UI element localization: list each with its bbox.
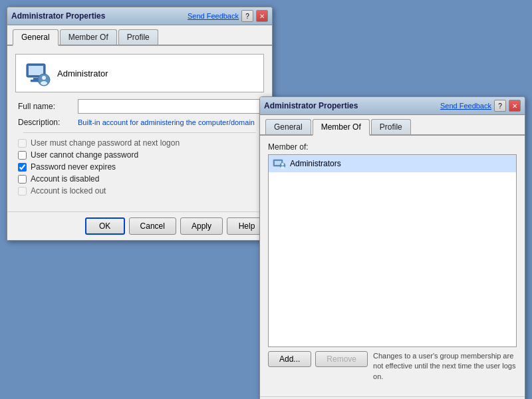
checkbox-label-0: User must change password at next logon: [31, 138, 180, 148]
checkbox-row-4: Account is locked out: [15, 186, 264, 196]
button-row-2: OK Cancel Apply Help: [260, 396, 525, 399]
checkbox-label-3: Account is disabled: [31, 174, 99, 184]
member-name-administrators: Administrators: [290, 159, 341, 168]
checkbox-disabled[interactable]: [18, 175, 27, 184]
member-note: Changes to a user's group membership are…: [373, 351, 517, 382]
title-bar-left-1: Administrator Properties: [11, 11, 105, 21]
checkbox-label-2: Password never expires: [31, 162, 116, 172]
checkbox-label-4: Account is locked out: [31, 186, 106, 196]
svg-point-10: [281, 163, 284, 166]
checkbox-row-0: User must change password at next logon: [15, 138, 264, 148]
svg-rect-1: [29, 66, 43, 75]
user-header-1: Administrator: [15, 54, 264, 92]
user-icon-1: [24, 60, 51, 86]
description-value: Built-in account for administering the c…: [78, 118, 261, 126]
group-icon: [273, 157, 286, 170]
checkbox-row-3: Account is disabled: [15, 174, 264, 184]
member-buttons: Add... Remove: [268, 351, 368, 367]
svg-point-11: [281, 166, 285, 169]
title-bar-right-2: Send Feedback ? ✕: [440, 100, 521, 112]
tab-bar-1: General Member Of Profile: [7, 25, 272, 46]
window-title-2: Administrator Properties: [264, 101, 358, 110]
tab-general-2[interactable]: General: [265, 119, 311, 134]
checkbox-label-1: User cannot change password: [31, 150, 138, 160]
content-2: Member of: Administrators Add... Remove …: [260, 136, 525, 391]
content-1: Administrator Full name: Description: Bu…: [7, 46, 272, 206]
ok-button-1[interactable]: OK: [85, 217, 125, 235]
tab-general-1[interactable]: General: [13, 29, 59, 46]
member-of-label: Member of:: [260, 141, 525, 154]
description-row: Description: Built-in account for admini…: [15, 118, 264, 127]
apply-button-1[interactable]: Apply: [180, 217, 223, 235]
title-bar-1: Administrator Properties Send Feedback ?…: [7, 7, 272, 25]
remove-button[interactable]: Remove: [315, 351, 368, 367]
checkbox-cannot-change[interactable]: [18, 151, 27, 160]
description-label: Description:: [18, 118, 78, 127]
send-feedback-link-2[interactable]: Send Feedback: [440, 102, 491, 110]
checkbox-never-expires[interactable]: [18, 163, 27, 172]
full-name-input[interactable]: [78, 99, 261, 114]
member-item-administrators[interactable]: Administrators: [269, 155, 516, 172]
user-name-label-1: Administrator: [57, 68, 108, 78]
tab-member-of-2[interactable]: Member Of: [313, 119, 370, 136]
checkbox-must-change[interactable]: [18, 139, 27, 148]
tab-member-of-1[interactable]: Member Of: [60, 29, 117, 45]
window-title-1: Administrator Properties: [11, 11, 105, 21]
help-title-btn-1[interactable]: ?: [241, 10, 253, 22]
member-bottom: Add... Remove Changes to a user's group …: [260, 347, 525, 386]
button-row-1: OK Cancel Apply Help: [7, 211, 272, 240]
help-title-btn-2[interactable]: ?: [494, 100, 506, 112]
svg-point-5: [42, 76, 46, 80]
close-btn-1[interactable]: ✕: [256, 10, 268, 22]
window-admin-properties-1: Administrator Properties Send Feedback ?…: [7, 7, 273, 241]
full-name-label: Full name:: [18, 102, 78, 111]
title-bar-right-1: Send Feedback ? ✕: [188, 10, 268, 22]
title-bar-left-2: Administrator Properties: [264, 101, 358, 110]
svg-point-6: [41, 81, 47, 85]
title-bar-2: Administrator Properties Send Feedback ?…: [260, 97, 525, 115]
member-list[interactable]: Administrators: [268, 154, 517, 347]
tab-bar-2: General Member Of Profile: [260, 115, 525, 136]
window-admin-properties-2: Administrator Properties Send Feedback ?…: [259, 96, 525, 399]
close-btn-2[interactable]: ✕: [509, 100, 521, 112]
checkbox-row-2: Password never expires: [15, 162, 264, 172]
tab-profile-2[interactable]: Profile: [371, 119, 411, 134]
send-feedback-link-1[interactable]: Send Feedback: [188, 12, 239, 20]
separator-1: [23, 132, 256, 133]
tab-profile-1[interactable]: Profile: [118, 29, 158, 45]
add-button[interactable]: Add...: [268, 351, 311, 367]
checkbox-locked-out[interactable]: [18, 187, 27, 196]
checkbox-row-1: User cannot change password: [15, 150, 264, 160]
cancel-button-1[interactable]: Cancel: [129, 217, 176, 235]
full-name-row: Full name:: [15, 99, 264, 114]
